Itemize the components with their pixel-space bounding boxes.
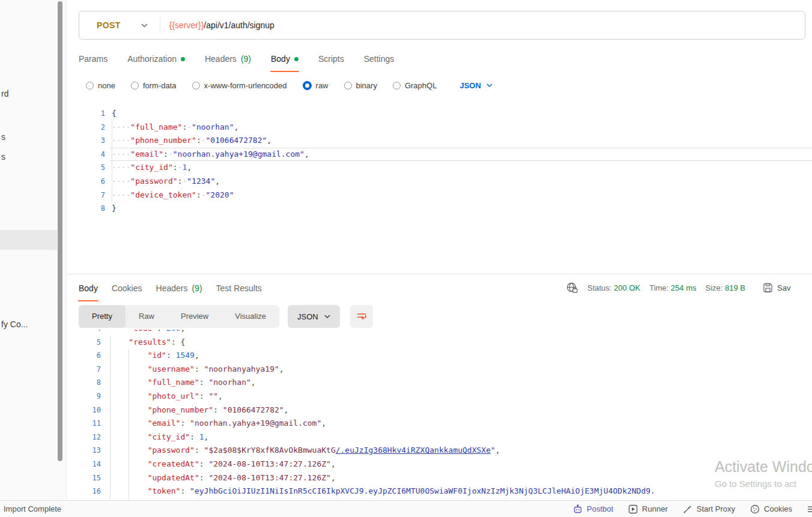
response-meta-bar: Status: 200 OK Time: 254 ms Size: 819 B … bbox=[566, 280, 790, 295]
code-line[interactable]: 7····"device_token":·"2020" bbox=[73, 189, 812, 202]
line-number: 6 bbox=[73, 349, 101, 363]
code-line[interactable]: 3····"phone_number":·"01066472782", bbox=[73, 134, 812, 148]
code-line: 5 "results": { bbox=[73, 336, 812, 349]
headers-count: (9) bbox=[192, 283, 202, 293]
line-number: 1 bbox=[73, 107, 105, 121]
code-line[interactable]: 8} bbox=[73, 202, 812, 216]
postbot-button[interactable]: Postbot bbox=[573, 504, 613, 514]
tab-body[interactable]: Body bbox=[271, 50, 298, 67]
line-number: 15 bbox=[73, 471, 101, 485]
sidebar-scrollbar[interactable] bbox=[58, 1, 62, 461]
response-body-viewer: 4 "code": 200,5 "results": {6 "id": 1549… bbox=[73, 330, 812, 500]
tab-authorization[interactable]: Authorization bbox=[127, 50, 185, 67]
code-text: "email": "noorhan.yahya+19@gmail.com", bbox=[110, 417, 326, 431]
chevron-down-icon bbox=[141, 23, 148, 28]
view-tab-pretty[interactable]: Pretty bbox=[79, 305, 126, 328]
save-icon bbox=[763, 283, 773, 293]
code-text: "username": "noorhanyahya19", bbox=[110, 363, 284, 376]
sidebar-item[interactable]: rd bbox=[1, 89, 8, 98]
code-text: } bbox=[112, 202, 117, 216]
code-text: ····"phone_number":·"01066472782", bbox=[112, 134, 271, 148]
tab-settings[interactable]: Settings bbox=[364, 50, 395, 67]
url-path: /api/v1/auth/signup bbox=[204, 20, 274, 30]
line-number: 9 bbox=[73, 390, 101, 404]
code-line: 11 "email": "noorhan.yahya+19@gmail.com"… bbox=[73, 417, 812, 431]
line-number: 11 bbox=[73, 417, 101, 431]
request-language-select[interactable]: JSON bbox=[459, 81, 492, 90]
headers-count: (9) bbox=[241, 54, 251, 64]
size-value: 819 B bbox=[725, 283, 745, 292]
radio-icon bbox=[344, 82, 352, 89]
time-meta: Time: 254 ms bbox=[649, 283, 696, 292]
radio-binary[interactable]: binary bbox=[344, 81, 377, 90]
response-tab-cookies[interactable]: Cookies bbox=[112, 280, 142, 297]
response-view-bar: Pretty Raw Preview Visualize JSON bbox=[79, 305, 373, 328]
response-tab-body[interactable]: Body bbox=[79, 280, 98, 297]
size-meta: Size: 819 B bbox=[705, 283, 745, 292]
tab-headers[interactable]: Headers(9) bbox=[205, 50, 251, 67]
line-number: 8 bbox=[73, 202, 105, 216]
url-input[interactable]: {{server}}/api/v1/auth/signup bbox=[160, 20, 274, 30]
code-text: "id": 1549, bbox=[110, 349, 199, 363]
wrap-lines-button[interactable] bbox=[350, 305, 373, 328]
view-mode-group: Pretty Raw Preview Visualize bbox=[79, 305, 279, 328]
url-bar: POST {{server}}/api/v1/auth/signup bbox=[79, 11, 805, 40]
tab-params[interactable]: Params bbox=[79, 50, 108, 67]
code-line: 6 "id": 1549, bbox=[73, 349, 812, 363]
footer-bar: Import Complete Postbot Runner bbox=[0, 500, 812, 517]
code-text: "results": { bbox=[110, 336, 185, 349]
request-body-editor[interactable]: 1{2····"full_name":·"noorhan",3····"phon… bbox=[73, 107, 812, 218]
postman-app: rd s s fy Co... POST {{server}}/api/v1/a… bbox=[0, 0, 812, 517]
activate-windows-watermark: Activate Windo bbox=[715, 458, 812, 476]
code-line: 14 "createdAt": "2024-08-10T13:47:27.126… bbox=[73, 458, 812, 471]
radio-x-www-form-urlencoded[interactable]: x-www-form-urlencoded bbox=[192, 81, 287, 90]
code-text: "token": "eyJhbGciOiJIUzI1NiIsInR5cCI6Ik… bbox=[110, 485, 655, 498]
line-number: 3 bbox=[73, 134, 105, 148]
code-line[interactable]: 6····"password":·"1234", bbox=[73, 175, 812, 189]
line-number: 4 bbox=[73, 330, 101, 336]
code-text: "city_id": 1, bbox=[110, 431, 208, 444]
radio-form-data[interactable]: form-data bbox=[131, 81, 177, 90]
code-line[interactable]: 5····"city_id":·1, bbox=[73, 161, 812, 175]
url-variable: {{server}} bbox=[169, 20, 204, 30]
response-language-select[interactable]: JSON bbox=[288, 305, 340, 328]
radio-selected-icon bbox=[303, 81, 312, 90]
network-globe-icon[interactable] bbox=[566, 282, 578, 294]
chevron-down-icon bbox=[324, 315, 330, 318]
code-text: "phone_number": "01066472782", bbox=[110, 404, 288, 417]
response-tab-test-results[interactable]: Test Results bbox=[216, 280, 262, 297]
code-line[interactable]: 2····"full_name":·"noorhan", bbox=[73, 121, 812, 135]
view-tab-raw[interactable]: Raw bbox=[126, 305, 168, 328]
line-number: 5 bbox=[73, 336, 101, 349]
sidebar-item[interactable]: s bbox=[1, 152, 5, 162]
code-line[interactable]: 1{ bbox=[73, 107, 812, 121]
code-line: 8 "full_name": "noorhan", bbox=[73, 376, 812, 390]
sidebar-selected-row[interactable] bbox=[0, 230, 57, 250]
radio-raw[interactable]: raw bbox=[303, 81, 329, 90]
menu-lines-icon[interactable] bbox=[807, 504, 812, 514]
start-proxy-button[interactable]: Start Proxy bbox=[683, 504, 735, 514]
radio-none[interactable]: none bbox=[86, 81, 115, 90]
cookies-button[interactable]: Cookies bbox=[750, 504, 792, 514]
radio-graphql[interactable]: GraphQL bbox=[393, 81, 437, 90]
code-line: 9 "photo_url": "", bbox=[73, 390, 812, 404]
view-tab-visualize[interactable]: Visualize bbox=[222, 305, 279, 328]
code-line: 10 "phone_number": "01066472782", bbox=[73, 404, 812, 417]
sidebar-item[interactable]: s bbox=[1, 132, 5, 142]
line-number: 2 bbox=[73, 121, 105, 135]
code-line: 15 "updatedAt": "2024-08-10T13:47:27.126… bbox=[73, 471, 812, 485]
save-response-button[interactable]: Sav bbox=[763, 283, 790, 293]
code-line[interactable]: 4····"email":·"noorhan.yahya+19@gmail.co… bbox=[73, 148, 812, 162]
method-selector[interactable]: POST bbox=[79, 20, 160, 30]
response-tab-headers[interactable]: Headers(9) bbox=[156, 280, 202, 297]
runner-button[interactable]: Runner bbox=[628, 504, 668, 514]
tab-scripts[interactable]: Scripts bbox=[318, 50, 344, 67]
view-tab-preview[interactable]: Preview bbox=[168, 305, 222, 328]
green-dot-icon bbox=[181, 57, 185, 61]
chevron-down-icon bbox=[486, 83, 492, 87]
sidebar-item[interactable]: fy Co... bbox=[1, 319, 28, 329]
method-label: POST bbox=[97, 20, 121, 30]
footer-right-group: Postbot Runner Start Proxy bbox=[573, 504, 812, 514]
runner-icon bbox=[628, 504, 638, 514]
cookie-icon bbox=[750, 504, 760, 514]
